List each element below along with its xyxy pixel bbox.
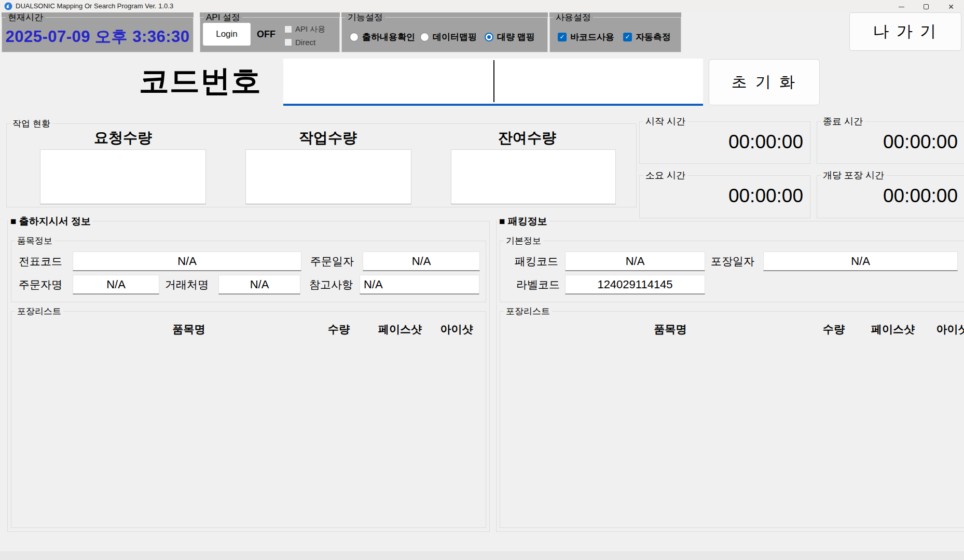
code-input-divider [493, 60, 494, 102]
radio-bulk-mapping-label: 대량 맵핑 [497, 31, 535, 43]
groupbox-border [500, 311, 964, 528]
code-number-label: 코드번호 [139, 58, 261, 104]
elapsed-time-label: 소요 시간 [643, 171, 687, 180]
radio-data-mapping[interactable]: 데이터맵핑 [420, 31, 477, 43]
packing-date-field[interactable]: N/A [763, 251, 958, 271]
usage-settings-group: 사용설정 ✓ 바코드사용 ✓ 자동측정 [549, 12, 681, 52]
code-input-container [283, 59, 703, 106]
window-title: DUALSONIC Mapping Or Search Program Ver.… [16, 0, 173, 12]
api-settings-group: API 설정 Login OFF API 사용 Direct [200, 12, 340, 52]
current-time-value: 2025-07-09 오후 3:36:30 [2, 26, 194, 48]
packing-pack-list-group: 포장리스트 품목명 수량 페이스샷 아이샷 [500, 306, 964, 528]
app-icon [4, 2, 12, 10]
orderer-name-label: 주문자명 [19, 278, 62, 291]
packing-info-title: ■ 패킹정보 [497, 216, 549, 227]
order-date-label: 주문일자 [310, 255, 354, 268]
order-date-field[interactable]: N/A [363, 251, 480, 271]
minimize-icon [899, 7, 904, 7]
item-name-header: 품목명 [618, 322, 722, 337]
groupbox-border [11, 311, 486, 528]
requested-qty-field[interactable] [40, 149, 206, 204]
code-input-left[interactable] [283, 59, 493, 104]
basic-info-group: 기본정보 패킹코드 N/A 포장일자 N/A 라벨코드 124029114145 [500, 236, 964, 302]
current-time-group: 현재시간 2025-07-09 오후 3:36:30 [2, 12, 194, 52]
packing-code-field[interactable]: N/A [565, 251, 705, 271]
work-status-group: 작업 현황 요청수량 작업수량 잔여수량 [6, 119, 637, 207]
code-input-right[interactable] [495, 59, 703, 104]
shipping-pack-list-label: 포장리스트 [15, 306, 63, 316]
remarks-field[interactable]: N/A [360, 275, 479, 295]
window-bottom-band [0, 551, 964, 560]
radio-data-mapping-label: 데이터맵핑 [433, 31, 477, 43]
packing-pack-list-label: 포장리스트 [504, 306, 552, 316]
packing-code-label: 패킹코드 [515, 255, 558, 268]
remaining-qty-field[interactable] [451, 149, 616, 204]
eye-shot-header: 아이샷 [921, 322, 964, 337]
api-status-text: OFF [253, 23, 280, 46]
label-code-label: 라벨코드 [516, 278, 560, 291]
per-unit-time-label: 개당 포장 시간 [821, 171, 886, 180]
checkbox-barcode-use[interactable]: ✓ 바코드사용 [558, 31, 614, 43]
checkbox-direct[interactable]: Direct [284, 38, 315, 47]
radio-shipping-check[interactable]: 출하내용확인 [350, 31, 415, 43]
api-settings-label: API 설정 [204, 12, 242, 22]
customer-name-label: 거래처명 [165, 278, 209, 291]
radio-icon [420, 33, 429, 41]
exit-button[interactable]: 나 가 기 [849, 12, 961, 51]
checkbox-direct-label: Direct [295, 38, 315, 47]
usage-settings-label: 사용설정 [554, 12, 593, 22]
end-time-label: 종료 시간 [821, 117, 865, 127]
qty-header: 수량 [313, 322, 365, 337]
radio-selected-icon [485, 33, 493, 41]
minimize-button[interactable] [889, 0, 913, 13]
shipping-pack-list-group: 포장리스트 품목명 수량 페이스샷 아이샷 [11, 306, 486, 528]
checkbox-barcode-use-label: 바코드사용 [570, 31, 614, 43]
slip-code-label: 전표코드 [19, 255, 62, 268]
app-window: DUALSONIC Mapping Or Search Program Ver.… [0, 0, 964, 560]
requested-qty-header: 요청수량 [45, 128, 201, 148]
checkbox-icon [284, 38, 292, 46]
checkbox-api-use-label: API 사용 [295, 24, 325, 34]
face-shot-header: 페이스샷 [369, 322, 431, 337]
label-code-field[interactable]: 124029114145 [565, 275, 705, 295]
shipping-info-title: ■ 출하지시서 정보 [8, 216, 93, 227]
qty-header: 수량 [808, 322, 860, 337]
remarks-label: 참고사항 [309, 278, 353, 291]
login-button[interactable]: Login [203, 23, 251, 46]
end-time-group: 종료 시간 00:00:00 [817, 117, 964, 164]
checkbox-auto-measure-label: 자동측정 [636, 31, 671, 43]
remaining-qty-header: 잔여수량 [449, 128, 605, 148]
function-settings-label: 기능설정 [346, 12, 385, 22]
titlebar: DUALSONIC Mapping Or Search Program Ver.… [0, 0, 964, 12]
work-status-label: 작업 현황 [10, 119, 52, 129]
radio-icon [350, 33, 359, 41]
item-info-label: 품목정보 [15, 236, 54, 246]
packing-date-label: 포장일자 [711, 255, 754, 268]
checkbox-icon [284, 25, 292, 33]
worked-qty-header: 작업수량 [250, 128, 406, 148]
start-time-label: 시작 시간 [643, 117, 687, 127]
restore-icon [924, 4, 929, 9]
start-time-value: 00:00:00 [639, 131, 810, 153]
eye-shot-header: 아이샷 [425, 322, 488, 337]
checkbox-checked-icon: ✓ [623, 33, 632, 41]
close-icon: × [948, 2, 954, 11]
worked-qty-field[interactable] [245, 149, 411, 204]
current-time-label: 현재시간 [6, 12, 45, 22]
orderer-name-field[interactable]: N/A [73, 275, 159, 295]
face-shot-header: 페이스샷 [862, 322, 924, 337]
customer-name-field[interactable]: N/A [218, 275, 300, 295]
restore-button[interactable] [914, 0, 938, 13]
shipping-info-group: ■ 출하지시서 정보 품목정보 전표코드 N/A 주문일자 N/A 주문자명 N… [7, 216, 490, 532]
reset-button[interactable]: 초 기 화 [709, 59, 820, 105]
function-settings-group: 기능설정 출하내용확인 데이터맵핑 대량 맵핑 [341, 12, 548, 52]
elapsed-time-group: 소요 시간 00:00:00 [639, 171, 810, 218]
start-time-group: 시작 시간 00:00:00 [639, 117, 810, 164]
radio-shipping-check-label: 출하내용확인 [362, 31, 415, 43]
checkbox-auto-measure[interactable]: ✓ 자동측정 [623, 31, 671, 43]
radio-bulk-mapping[interactable]: 대량 맵핑 [485, 31, 535, 43]
slip-code-field[interactable]: N/A [73, 251, 301, 271]
per-unit-time-group: 개당 포장 시간 00:00:00 [817, 171, 964, 218]
close-button[interactable]: × [939, 0, 963, 13]
checkbox-api-use[interactable]: API 사용 [284, 24, 325, 34]
